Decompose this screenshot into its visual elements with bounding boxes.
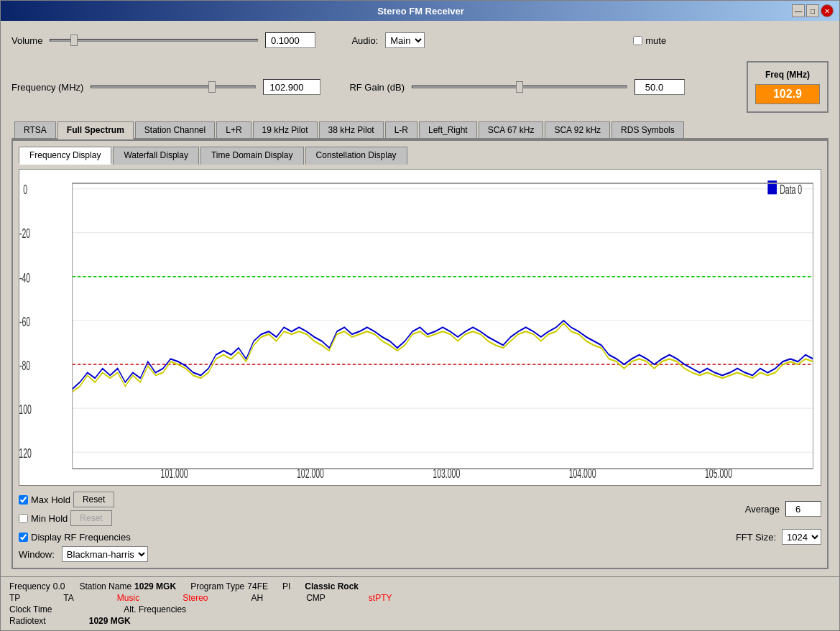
titlebar: Stereo FM Receiver — □ ✕ [1,1,839,21]
svg-text:-100: -100 [19,401,32,416]
tab-sca92[interactable]: SCA 92 kHz [545,121,610,138]
mute-label: mute [645,35,666,46]
close-button[interactable]: ✕ [821,4,834,17]
stpty-value: stPTY [369,593,392,603]
tab-leftright[interactable]: Left_Right [419,121,477,138]
frequency-slider[interactable] [91,86,256,88]
freq-box: Freq (MHz) 102.9 [747,61,829,113]
tab-19khz[interactable]: 19 kHz Pilot [253,121,318,138]
chart-svg: 0 -20 -40 -60 -80 -100 -120 Relative Gai… [19,170,821,485]
svg-text:-80: -80 [19,357,30,372]
chart-area: 0 -20 -40 -60 -80 -100 -120 Relative Gai… [19,169,821,486]
pi-field: PI [282,581,290,591]
min-hold-checkbox[interactable] [19,514,28,523]
inner-tab-timedomain[interactable]: Time Domain Display [200,147,304,165]
station-name-label: Station Name [79,581,131,591]
maximize-button[interactable]: □ [806,4,819,17]
program-type-field: Program Type 74FE [190,581,268,591]
mute-row: mute [633,35,666,46]
status-row-2: TP TA Music Stereo AH CMP stPTY [9,593,831,603]
svg-text:-20: -20 [19,226,30,241]
station-name-field: Station Name 1029 MGK [79,581,176,591]
frequency-value: 0.0 [53,581,65,591]
tab-rtsa[interactable]: RTSA [14,121,56,138]
max-hold-row: Max Hold Reset [19,492,114,507]
display-rf-row: Display RF Frequencies [19,532,131,543]
svg-rect-23 [767,180,777,194]
clock-time-label: Clock Time [9,604,52,614]
status-bar: Frequency 0.0 Station Name 1029 MGK Prog… [1,576,839,630]
rf-gain-spinbox[interactable] [634,79,685,95]
svg-text:Frequency (MHz): Frequency (MHz) [406,484,479,485]
frequency-field: Frequency 0.0 [9,581,65,591]
radiotext-label: Radiotext [9,616,46,626]
inner-tab-waterfall[interactable]: Waterfall Display [113,147,199,165]
inner-tab-constellation[interactable]: Constellation Display [305,147,407,165]
tab-38khz[interactable]: 38 kHz Pilot [319,121,384,138]
max-hold-checkbox[interactable] [19,495,28,505]
status-row-4: Radiotext 1029 MGK [9,616,831,626]
tab-sca67[interactable]: SCA 67 kHz [479,121,544,138]
frequency-label: Frequency [9,581,50,591]
tab-station-channel[interactable]: Station Channel [135,121,215,138]
music-value: Music [117,593,139,603]
window-select[interactable]: Blackman-harris Hann Hamming Flat-top [62,546,148,562]
titlebar-buttons: — □ ✕ [792,4,834,17]
tab-lpr[interactable]: L+R [216,121,251,138]
freq-mhz-value: 102.9 [755,84,820,104]
bottom-row: Display RF Frequencies FFT Size: 512 102… [19,529,821,545]
ah-label: AH [251,593,264,603]
max-hold-label: Max Hold [31,494,70,505]
svg-text:-40: -40 [19,270,30,285]
min-hold-row: Min Hold Reset [19,510,114,526]
frequency-label: Frequency (MHz) [11,82,83,93]
tp-label: TP [9,593,20,603]
rf-gain-label: RF Gain (dB) [349,82,405,93]
ta-label: TA [63,593,73,603]
freq-mhz-label: Freq (MHz) [765,70,810,80]
svg-rect-25 [73,183,813,469]
min-hold-label: Min Hold [31,513,68,524]
minimize-button[interactable]: — [792,4,805,17]
tabs-outer: RTSA Full Spectrum Station Channel L+R 1… [11,119,829,569]
svg-text:-120: -120 [19,445,32,460]
volume-spinbox[interactable] [265,32,315,48]
window-title: Stereo FM Receiver [50,6,792,17]
program-type-value: 74FE [247,581,268,591]
controls-row: Max Hold Reset Min Hold Reset Average [19,492,821,526]
volume-slider[interactable] [50,39,258,42]
display-rf-checkbox[interactable] [19,533,28,542]
audio-select[interactable]: Main Sub [385,32,425,48]
rf-gain-slider[interactable] [412,86,627,88]
right-controls: Average [745,501,821,517]
tab-full-spectrum[interactable]: Full Spectrum [57,121,134,139]
fft-size-select[interactable]: 512 1024 2048 4096 [782,529,821,545]
inner-tab-frequency[interactable]: Frequency Display [19,147,111,165]
main-content: Volume Audio: Main Sub mute Frequency (M… [1,21,839,576]
fft-size-label: FFT Size: [736,532,776,543]
inner-tab-bar: Frequency Display Waterfall Display Time… [19,147,821,165]
window-row: Window: Blackman-harris Hann Hamming Fla… [19,546,821,562]
reset1-button[interactable]: Reset [73,492,114,507]
stereo-value: Stereo [183,593,208,603]
volume-row: Volume Audio: Main Sub mute [11,32,829,48]
radiotext-value: 1029 MGK [89,616,131,626]
svg-text:-60: -60 [19,313,30,328]
frequency-spinbox[interactable] [263,79,320,95]
alt-freq-label: Alt. Frequencies [124,604,186,614]
tab-content: Frequency Display Waterfall Display Time… [11,139,829,569]
audio-label: Audio: [351,35,378,46]
average-label: Average [745,504,780,515]
cmp-label: CMP [306,593,326,603]
tab-lr[interactable]: L-R [385,121,417,138]
reset2-button[interactable]: Reset [70,510,111,526]
average-spinbox[interactable] [785,501,821,517]
mute-checkbox[interactable] [633,36,642,45]
main-tab-bar: RTSA Full Spectrum Station Channel L+R 1… [11,119,829,139]
status-row-3: Clock Time Alt. Frequencies [9,604,831,614]
tab-rds[interactable]: RDS Symbols [611,121,684,138]
svg-text:Data 0: Data 0 [780,182,802,197]
volume-label: Volume [11,35,42,46]
station-name-value: 1029 MGK [134,581,176,591]
main-window: Stereo FM Receiver — □ ✕ Volume Audio: M… [0,0,840,631]
